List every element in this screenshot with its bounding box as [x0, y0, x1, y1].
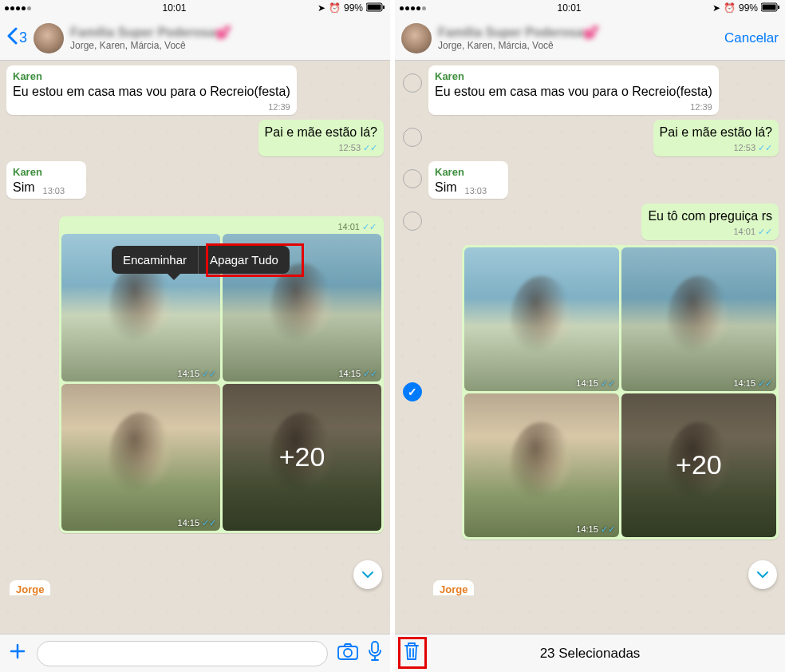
outgoing-message[interactable]: Pai e mãe estão lá? 12:53✓✓ — [258, 120, 384, 156]
status-time: 10:01 — [557, 2, 581, 14]
battery-icon — [366, 2, 385, 14]
message-text: Eu estou em casa mas vou para o Recreio(… — [435, 84, 712, 101]
partial-message-sender: Jorge — [10, 580, 50, 595]
cancel-button[interactable]: Cancelar — [724, 30, 779, 46]
nav-bar-selection: Família Super Poderosa💕 Jorge, Karen, Má… — [395, 16, 785, 61]
photo-thumbnail-more[interactable]: +20 — [621, 393, 776, 537]
more-photos-count: +20 — [223, 384, 381, 531]
group-avatar[interactable] — [34, 23, 64, 53]
read-ticks: ✓✓ — [363, 143, 377, 152]
message-input[interactable] — [37, 641, 328, 666]
battery-percent: 99% — [739, 2, 758, 14]
back-button[interactable]: 3 — [6, 27, 27, 49]
plus-icon[interactable] — [8, 642, 27, 666]
read-ticks: ✓✓ — [758, 227, 772, 236]
microphone-icon[interactable] — [368, 641, 382, 666]
message-text: Eu estou em casa mas vou para o Recreio(… — [13, 84, 290, 101]
group-avatar[interactable] — [401, 23, 432, 53]
svg-rect-8 — [778, 6, 779, 9]
message-time: 14:01 — [337, 222, 360, 231]
svg-rect-2 — [383, 6, 385, 9]
more-photos-count: +20 — [621, 393, 776, 537]
battery-percent: 99% — [344, 2, 363, 14]
message-time: 13:03 — [43, 186, 65, 196]
chat-title-area[interactable]: Família Super Poderosa💕 Jorge, Karen, Má… — [70, 25, 384, 51]
message-text: Sim — [13, 180, 35, 196]
select-checkbox-checked[interactable] — [403, 382, 422, 401]
read-ticks: ✓✓ — [758, 143, 772, 152]
alarm-icon: ⏰ — [329, 2, 341, 14]
sender-name: Karen — [13, 166, 80, 178]
battery-icon — [761, 2, 780, 14]
camera-icon[interactable] — [337, 642, 358, 665]
message-time: 13:03 — [465, 186, 487, 196]
svg-rect-7 — [763, 4, 776, 10]
select-checkbox[interactable] — [403, 128, 422, 147]
nav-bar: 3 Família Super Poderosa💕 Jorge, Karen, … — [0, 16, 390, 61]
incoming-message[interactable]: Karen Eu estou em casa mas vou para o Re… — [6, 65, 297, 115]
location-icon: ➤ — [712, 2, 720, 14]
message-time: 14:01 — [733, 227, 755, 236]
sender-name: Karen — [435, 166, 502, 178]
message-text: Sim — [435, 180, 457, 196]
group-name-text: Família Super Poderosa — [70, 26, 215, 40]
right-screenshot: 10:01 ➤ ⏰ 99% Família Super Poderosa💕 Jo… — [395, 0, 785, 672]
selection-toolbar: 23 Selecionadas — [395, 634, 785, 672]
message-text: Eu tô com preguiça rs — [648, 208, 772, 225]
selection-count: 23 Selecionadas — [540, 646, 641, 662]
left-screenshot: 10:01 ➤ ⏰ 99% 3 Família Super Poderosa💕 … — [0, 0, 390, 672]
chat-body[interactable]: Karen Eu estou em casa mas vou para o Re… — [0, 61, 390, 634]
group-name-text: Família Super Poderosa — [438, 26, 583, 40]
message-time: 12:39 — [435, 102, 712, 112]
message-text: Pai e mãe estão lá? — [265, 125, 377, 141]
status-time: 10:01 — [162, 2, 186, 14]
message-text: Pai e mãe estão lá? — [660, 125, 772, 141]
photo-thumbnail[interactable]: 14:15✓✓ — [621, 247, 776, 391]
photo-thumbnail-more[interactable]: +20 — [223, 384, 381, 531]
select-checkbox[interactable] — [403, 169, 422, 188]
back-count: 3 — [19, 30, 27, 46]
message-time: 12:53 — [733, 143, 755, 152]
scroll-to-bottom-button[interactable] — [353, 560, 382, 589]
location-icon: ➤ — [318, 2, 325, 14]
status-bar: 10:01 ➤ ⏰ 99% — [395, 0, 785, 16]
select-checkbox[interactable] — [403, 211, 422, 231]
incoming-message[interactable]: Karen Eu estou em casa mas vou para o Re… — [428, 65, 719, 115]
heart-emoji: 💕 — [583, 25, 599, 40]
trash-button[interactable] — [403, 641, 420, 666]
participants-list: Jorge, Karen, Márcia, Você — [70, 40, 384, 51]
photo-thumbnail[interactable]: 14:15✓✓ — [61, 384, 220, 531]
heart-emoji: 💕 — [215, 25, 231, 40]
incoming-message[interactable]: Karen Sim 13:03 — [6, 161, 86, 200]
photo-album-message[interactable]: 14:15✓✓ 14:15✓✓ 14:15✓✓ +20 — [462, 245, 779, 540]
sender-name: Karen — [13, 70, 290, 82]
partial-message-sender: Jorge — [433, 580, 474, 595]
read-ticks: ✓✓ — [362, 222, 377, 231]
chevron-down-icon — [755, 567, 770, 582]
select-checkbox[interactable] — [403, 73, 422, 93]
scroll-to-bottom-button[interactable] — [748, 560, 777, 589]
message-time: 12:53 — [338, 143, 361, 152]
chat-title-area[interactable]: Família Super Poderosa💕 Jorge, Karen, Má… — [438, 25, 718, 51]
sender-name: Karen — [435, 70, 712, 82]
context-menu: Encaminhar Apagar Tudo — [112, 246, 290, 274]
forward-menu-item[interactable]: Encaminhar — [112, 246, 198, 274]
message-time: 12:39 — [13, 102, 290, 112]
outgoing-message[interactable]: Pai e mãe estão lá? 12:53✓✓ — [653, 120, 779, 156]
svg-point-4 — [344, 649, 352, 657]
chevron-down-icon — [361, 567, 375, 582]
input-bar — [0, 634, 390, 672]
svg-rect-5 — [372, 642, 378, 653]
participants-list: Jorge, Karen, Márcia, Você — [438, 40, 718, 51]
delete-all-menu-item[interactable]: Apagar Tudo — [199, 246, 290, 274]
alarm-icon: ⏰ — [724, 2, 736, 14]
incoming-message[interactable]: Karen Sim 13:03 — [428, 161, 508, 200]
photo-thumbnail[interactable]: 14:15✓✓ — [464, 393, 619, 537]
photo-thumbnail[interactable]: 14:15✓✓ — [464, 247, 619, 391]
svg-rect-1 — [368, 4, 381, 10]
chevron-left-icon — [6, 27, 18, 49]
chat-body[interactable]: Karen Eu estou em casa mas vou para o Re… — [395, 61, 785, 634]
outgoing-message[interactable]: Eu tô com preguiça rs 14:01✓✓ — [641, 204, 779, 240]
status-bar: 10:01 ➤ ⏰ 99% — [0, 0, 390, 16]
